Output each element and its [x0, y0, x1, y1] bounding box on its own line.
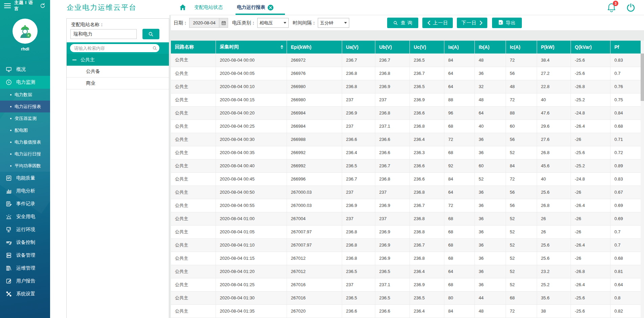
sidebar-subitem-label: 配电图 — [15, 127, 28, 133]
page-title: 企业电力运维云平台 — [67, 0, 137, 15]
sidebar-subitem-label: 电力运行报表 — [15, 104, 41, 110]
station-name-input[interactable] — [70, 29, 137, 39]
voltage-type-select[interactable]: 相电压 — [257, 18, 289, 28]
table-cell: 48 — [474, 93, 506, 106]
table-cell: 237 — [342, 93, 375, 106]
table-cell: 2020-08-04 01:05 — [216, 225, 287, 238]
table-cell: 52 — [506, 225, 537, 238]
scrollbar-thumb[interactable] — [641, 54, 644, 101]
table-cell: 236.8 — [375, 106, 409, 120]
chevron-down-icon — [284, 22, 286, 24]
tab-substation-status[interactable]: 变配电站状态 — [194, 0, 223, 15]
avatar[interactable] — [13, 19, 38, 44]
theme-language-label[interactable]: 主题 I 语言 — [14, 0, 36, 12]
table-cell: 236.8 — [409, 120, 444, 133]
bar-chart-icon — [5, 188, 12, 194]
next-day-button[interactable]: 下一日 — [457, 18, 487, 28]
home-icon[interactable] — [179, 3, 187, 13]
table-cell: 56 — [506, 133, 537, 146]
column-header: Ic(A) — [506, 41, 537, 54]
sidebar-subitem-extremes-report[interactable]: 电力极值报表 — [0, 136, 50, 148]
hamburger-icon[interactable] — [4, 3, 11, 8]
vertical-scrollbar[interactable] — [641, 41, 644, 318]
table-cell: 2020-08-04 00:25 — [216, 120, 287, 133]
column-header-sortable[interactable]: 采集时间 — [216, 41, 287, 54]
table-cell: 0.7 — [610, 225, 641, 238]
export-button[interactable]: X 导出 — [492, 18, 522, 28]
table-row: 公共主2020-08-04 01:15267012236.8236.9236.8… — [171, 252, 641, 265]
table-cell: 237 — [375, 93, 409, 106]
table-cell: 2020-08-04 00:50 — [216, 186, 287, 199]
sidebar-subitem-label: 电力极值报表 — [15, 139, 41, 145]
table-cell: 236.7 — [342, 172, 375, 186]
voltage-type-label: 电压类别： — [232, 20, 256, 26]
table-cell: 0.7 — [610, 67, 641, 80]
sidebar-item-safety[interactable]: 安全用电 — [0, 210, 50, 223]
calendar-icon[interactable] — [219, 18, 228, 28]
table-cell: 2020-08-04 00:35 — [216, 146, 287, 159]
table-cell: -25.6 — [571, 304, 610, 318]
sidebar-item-device-management[interactable]: 设备管理 — [0, 249, 50, 262]
sidebar-item-environment[interactable]: 运行环境 — [0, 223, 50, 236]
previous-day-button[interactable]: 上一日 — [422, 18, 453, 28]
close-icon[interactable] — [268, 5, 273, 10]
tree-search-input[interactable] — [70, 44, 159, 52]
table-cell: 52 — [506, 146, 537, 159]
sidebar-item-device-control[interactable]: 设备控制 — [0, 236, 50, 249]
collapse-minus-icon[interactable] — [72, 58, 76, 62]
table-cell: -25.2 — [571, 159, 610, 172]
station-search-button[interactable] — [142, 29, 159, 39]
table-cell: 92 — [444, 159, 474, 172]
table-cell: 236.8 — [409, 252, 444, 265]
table-cell: 236.5 — [375, 265, 409, 278]
table-row: 公共主2020-08-04 01:35267020236.6236.6236.4… — [171, 304, 641, 318]
sidebar-subitem-power-report[interactable]: 电力运行报表 — [0, 101, 50, 112]
tree-node-public-backup[interactable]: 公共备 — [67, 66, 169, 78]
table-cell: 236.7 — [409, 199, 444, 212]
interval-select[interactable]: 五分钟 — [318, 18, 349, 28]
table-cell: 0.68 — [610, 252, 641, 265]
sidebar-item-event-log[interactable]: 事件记录 — [0, 197, 50, 210]
table-cell: -26.8 — [571, 265, 610, 278]
sidebar-item-label: 安全用电 — [16, 214, 35, 220]
sidebar-item-usage-analysis[interactable]: 用电分析 — [0, 185, 50, 197]
table-cell: 266984 — [287, 120, 342, 133]
refresh-icon[interactable] — [39, 2, 46, 9]
query-button[interactable]: 查 询 — [387, 18, 418, 28]
bullet-icon — [10, 94, 12, 96]
archive-icon — [5, 265, 12, 272]
sidebar-subitem-distribution-map[interactable]: 配电图 — [0, 124, 50, 136]
table-cell: 267016 — [287, 291, 342, 304]
sort-icon[interactable] — [281, 45, 283, 49]
sidebar-subitem-avg-power-factor[interactable]: 平均功率因数 — [0, 160, 50, 172]
sidebar-item-overview[interactable]: 概况 — [0, 63, 50, 76]
bullet-icon — [10, 153, 12, 155]
sidebar-item-power-monitoring[interactable]: 电力监测 — [0, 76, 50, 89]
power-logout-icon[interactable] — [626, 3, 636, 14]
sidebar-subitem-transformer[interactable]: 变压器监测 — [0, 112, 50, 124]
sidebar-item-power-quality[interactable]: 电能质量 — [0, 172, 50, 185]
table-cell: 266980 — [287, 80, 342, 93]
table-cell: 236.8 — [342, 225, 375, 238]
table-cell: 236.6 — [409, 172, 444, 186]
table-cell: 236.5 — [409, 291, 444, 304]
sidebar-item-label: 运维管理 — [16, 265, 35, 271]
table-cell: 237 — [375, 212, 409, 225]
tree-node-public-main[interactable]: 公共主 — [67, 54, 169, 66]
tree-node-label: 公共备 — [86, 68, 100, 75]
table-cell: 38.4 — [537, 54, 571, 67]
sidebar-item-ops-management[interactable]: 运维管理 — [0, 262, 50, 275]
sidebar-subitem-power-data[interactable]: 电力数据 — [0, 89, 50, 101]
sidebar-item-user-report[interactable]: 用户报告 — [0, 275, 50, 288]
bullet-icon — [10, 142, 12, 143]
table-header-row: 回路名称 采集时间 Epi(kWh) Ua(V) Ub(V) Uc(V) Ia(… — [171, 41, 641, 54]
edit-report-icon — [5, 278, 12, 284]
sidebar-subitem-daily-report[interactable]: 电力运行日报 — [0, 148, 50, 160]
tree-node-commercial[interactable]: 商业 — [67, 78, 169, 89]
sidebar-item-system-settings[interactable]: 系统设置 — [0, 288, 50, 300]
table-cell: 2020-08-04 00:00 — [216, 54, 287, 67]
tab-power-report[interactable]: 电力运行报表 — [237, 0, 273, 15]
alarm-icon — [5, 213, 12, 220]
table-cell: 23.2 — [537, 265, 571, 278]
date-input[interactable] — [189, 18, 219, 28]
